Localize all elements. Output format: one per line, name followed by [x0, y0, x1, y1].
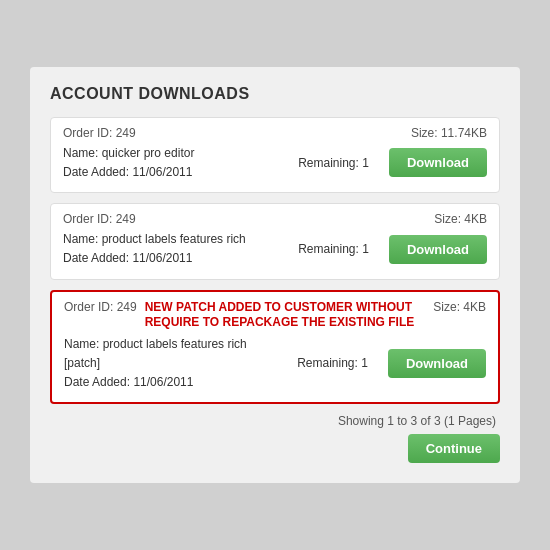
order-size-3: Size: 4KB	[433, 300, 486, 314]
order-remaining-3: Remaining: 1	[297, 356, 368, 370]
order-header-1: Order ID: 249 Size: 11.74KB	[63, 126, 487, 140]
order-header-2: Order ID: 249 Size: 4KB	[63, 212, 487, 226]
account-downloads-container: ACCOUNT DOWNLOADS Order ID: 249 Size: 11…	[30, 67, 520, 484]
order-block-1: Order ID: 249 Size: 11.74KB Name: quicke…	[50, 117, 500, 193]
order-date-1: Date Added: 11/06/2011	[63, 163, 278, 182]
order-body-3: Name: product labels features rich [patc…	[64, 335, 486, 393]
order-id-2: Order ID: 249	[63, 212, 136, 226]
order-info-3: Name: product labels features rich [patc…	[64, 335, 277, 393]
order-id-3: Order ID: 249	[64, 300, 137, 314]
pagination: Showing 1 to 3 of 3 (1 Pages)	[50, 414, 500, 428]
page-title: ACCOUNT DOWNLOADS	[50, 85, 500, 103]
continue-row: Continue	[50, 434, 500, 463]
order-id-1: Order ID: 249	[63, 126, 136, 140]
order-remaining-1: Remaining: 1	[298, 156, 369, 170]
order-name-3: Name: product labels features rich [patc…	[64, 335, 277, 373]
order-block-2: Order ID: 249 Size: 4KB Name: product la…	[50, 203, 500, 279]
patch-notice: NEW PATCH ADDED TO CUSTOMER WITHOUT REQU…	[137, 300, 434, 331]
order-date-2: Date Added: 11/06/2011	[63, 249, 278, 268]
continue-button[interactable]: Continue	[408, 434, 500, 463]
order-name-1: Name: quicker pro editor	[63, 144, 278, 163]
order-name-2: Name: product labels features rich	[63, 230, 278, 249]
order-body-2: Name: product labels features rich Date …	[63, 230, 487, 268]
order-date-3: Date Added: 11/06/2011	[64, 373, 277, 392]
order-info-1: Name: quicker pro editor Date Added: 11/…	[63, 144, 278, 182]
order-body-1: Name: quicker pro editor Date Added: 11/…	[63, 144, 487, 182]
order-size-1: Size: 11.74KB	[411, 126, 487, 140]
order-info-2: Name: product labels features rich Date …	[63, 230, 278, 268]
download-button-2[interactable]: Download	[389, 235, 487, 264]
order-block-3: Order ID: 249 NEW PATCH ADDED TO CUSTOME…	[50, 290, 500, 405]
order-remaining-2: Remaining: 1	[298, 242, 369, 256]
download-button-1[interactable]: Download	[389, 148, 487, 177]
order-size-2: Size: 4KB	[434, 212, 487, 226]
order-header-3: Order ID: 249 NEW PATCH ADDED TO CUSTOME…	[64, 300, 486, 331]
download-button-3[interactable]: Download	[388, 349, 486, 378]
